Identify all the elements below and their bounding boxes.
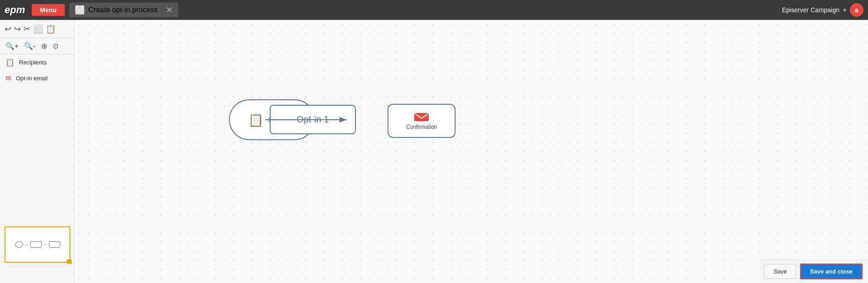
header-right: Episerver Campaign ▾ a xyxy=(782,3,863,17)
main-area: ↩ ↪ ✂ ⬜ 📋 🔍+ 🔍- ⊕ ⊙ 📋 Recipients ✉ Opt-i… xyxy=(0,20,868,283)
tab-icon: ⬜ xyxy=(75,5,85,15)
zoom-reset-button[interactable]: ⊙ xyxy=(51,41,60,51)
header-tab: ⬜ Create opt-in process ✕ xyxy=(69,3,178,17)
save-close-button[interactable]: Save and close xyxy=(800,263,863,279)
minimap: — → xyxy=(5,226,70,263)
minimap-resize-handle[interactable] xyxy=(67,259,72,264)
tab-title: Create opt-in process xyxy=(88,6,158,14)
scissors-icon[interactable]: ✂ xyxy=(24,24,30,34)
recipients-node-icon: 📋 xyxy=(248,112,264,127)
zoom-controls: 🔍+ 🔍- ⊕ ⊙ xyxy=(0,38,74,54)
copy-icon[interactable]: ⬜ xyxy=(33,24,43,34)
header: epm Menu ⬜ Create opt-in process ✕ Epise… xyxy=(0,0,868,20)
minimap-confirmation-node xyxy=(49,241,60,248)
sidebar-item-recipients[interactable]: 📋 Recipients xyxy=(0,54,74,70)
sidebar-item-optin-email[interactable]: ✉ Opt-in email xyxy=(0,70,74,86)
recipients-icon: 📋 xyxy=(5,58,15,67)
optin-email-icon: ✉ xyxy=(5,74,11,83)
minimap-optin-node xyxy=(30,241,42,248)
close-tab-icon[interactable]: ✕ xyxy=(166,5,173,15)
canvas[interactable]: 📋 Recipients Opt-in 1 xyxy=(75,20,868,283)
platform-dropdown-icon[interactable]: ▾ xyxy=(843,6,846,14)
toolbar: ↩ ↪ ✂ ⬜ 📋 xyxy=(0,20,74,38)
diagram-area: 📋 Recipients Opt-in 1 xyxy=(75,20,868,283)
platform-name: Episerver Campaign xyxy=(782,6,839,14)
minimap-recipients-node xyxy=(15,241,23,248)
menu-button[interactable]: Menu xyxy=(32,4,65,16)
zoom-fit-button[interactable]: ⊕ xyxy=(39,41,49,51)
confirmation-email-icon xyxy=(414,112,429,122)
sidebar: ↩ ↪ ✂ ⬜ 📋 🔍+ 🔍- ⊕ ⊙ 📋 Recipients ✉ Opt-i… xyxy=(0,20,75,283)
sidebar-item-optin-label: Opt-in email xyxy=(16,75,48,82)
optin-node-label: Opt-in 1 xyxy=(296,114,329,125)
confirmation-node[interactable]: Confirmation xyxy=(388,104,456,138)
optin-node[interactable]: Opt-in 1 xyxy=(270,105,356,134)
save-button[interactable]: Save xyxy=(764,264,796,279)
zoom-out-button[interactable]: 🔍- xyxy=(22,41,37,51)
zoom-in-button[interactable]: 🔍+ xyxy=(4,41,20,51)
logo: epm xyxy=(5,4,25,16)
bottom-bar: Save Save and close xyxy=(758,259,868,283)
paste-icon[interactable]: 📋 xyxy=(46,24,56,34)
redo-icon[interactable]: ↪ xyxy=(14,24,21,34)
undo-icon[interactable]: ↩ xyxy=(5,24,11,34)
confirmation-node-label: Confirmation xyxy=(406,124,437,130)
user-avatar[interactable]: a xyxy=(850,3,863,17)
sidebar-item-recipients-label: Recipients xyxy=(19,59,47,66)
